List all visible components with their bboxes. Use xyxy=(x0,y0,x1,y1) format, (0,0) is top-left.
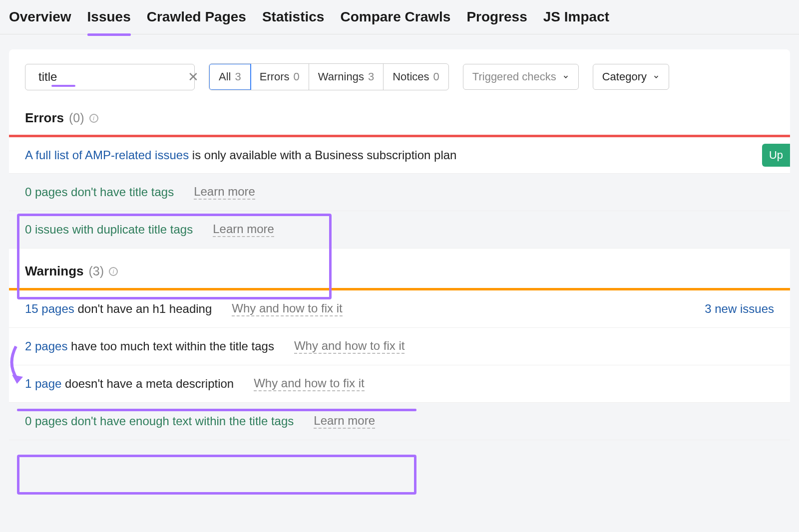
tab-issues[interactable]: Issues xyxy=(87,9,131,34)
warning-item-title-too-long: 2 pages have too much text within the ti… xyxy=(9,328,790,365)
learn-more-link[interactable]: Learn more xyxy=(194,185,255,200)
chevron-down-icon xyxy=(653,73,660,80)
filter-warnings[interactable]: Warnings3 xyxy=(309,64,384,90)
new-issues-link[interactable]: 3 new issues xyxy=(705,302,774,316)
triggered-checks-dropdown[interactable]: Triggered checks xyxy=(463,64,579,90)
tab-overview[interactable]: Overview xyxy=(9,9,71,34)
search-input[interactable] xyxy=(38,70,188,84)
warning-item-h1: 15 pages don't have an h1 heading Why an… xyxy=(9,290,790,328)
search-field[interactable]: ✕ xyxy=(25,64,195,90)
filter-notices[interactable]: Notices0 xyxy=(384,64,448,90)
issue-link[interactable]: 0 pages don't have enough text within th… xyxy=(25,414,294,428)
main-tabs: Overview Issues Crawled Pages Statistics… xyxy=(0,0,799,34)
annotation-highlight-box xyxy=(17,455,416,495)
issue-link[interactable]: 0 issues with duplicate title tags xyxy=(25,223,193,237)
clear-icon[interactable]: ✕ xyxy=(188,69,199,85)
tab-crawled-pages[interactable]: Crawled Pages xyxy=(147,9,246,34)
filter-pills: All3 Errors0 Warnings3 Notices0 xyxy=(209,63,449,90)
filter-errors[interactable]: Errors0 xyxy=(251,64,309,90)
errors-section-header: Errors (0) i xyxy=(9,95,790,135)
tab-progress[interactable]: Progress xyxy=(466,9,527,34)
toolbar: ✕ All3 Errors0 Warnings3 Notices0 Trigge… xyxy=(9,49,790,95)
category-dropdown[interactable]: Category xyxy=(593,64,669,90)
error-item-duplicate-title: 0 issues with duplicate title tags Learn… xyxy=(9,211,790,249)
issue-link[interactable]: 15 pages xyxy=(25,302,74,315)
amp-issues-link[interactable]: A full list of AMP-related issues xyxy=(25,148,189,162)
tab-js-impact[interactable]: JS Impact xyxy=(543,9,609,34)
filter-all[interactable]: All3 xyxy=(209,63,251,90)
info-icon[interactable]: i xyxy=(109,267,118,276)
learn-more-link[interactable]: Learn more xyxy=(314,414,375,429)
tab-compare-crawls[interactable]: Compare Crawls xyxy=(340,9,450,34)
why-how-fix-link[interactable]: Why and how to fix it xyxy=(254,376,364,391)
learn-more-link[interactable]: Learn more xyxy=(213,222,274,237)
issue-link[interactable]: 2 pages xyxy=(25,339,67,353)
error-item-no-title: 0 pages don't have title tags Learn more xyxy=(9,174,790,211)
warning-item-no-meta: 1 page doesn't have a meta description W… xyxy=(9,365,790,403)
warnings-section-header: Warnings (3) i xyxy=(9,249,790,288)
issues-panel: ✕ All3 Errors0 Warnings3 Notices0 Trigge… xyxy=(9,49,790,440)
why-how-fix-link[interactable]: Why and how to fix it xyxy=(294,339,404,354)
chevron-down-icon xyxy=(562,73,569,80)
tab-statistics[interactable]: Statistics xyxy=(262,9,325,34)
info-icon[interactable]: i xyxy=(89,114,98,123)
warning-item-title-too-short: 0 pages don't have enough text within th… xyxy=(9,403,790,440)
amp-upsell-row: A full list of AMP-related issues is onl… xyxy=(9,137,790,174)
why-how-fix-link[interactable]: Why and how to fix it xyxy=(232,301,342,316)
upgrade-button[interactable]: Up xyxy=(762,144,790,167)
search-underline-annotation xyxy=(51,85,75,87)
issue-link[interactable]: 0 pages don't have title tags xyxy=(25,185,174,199)
issue-link[interactable]: 1 page xyxy=(25,377,61,390)
